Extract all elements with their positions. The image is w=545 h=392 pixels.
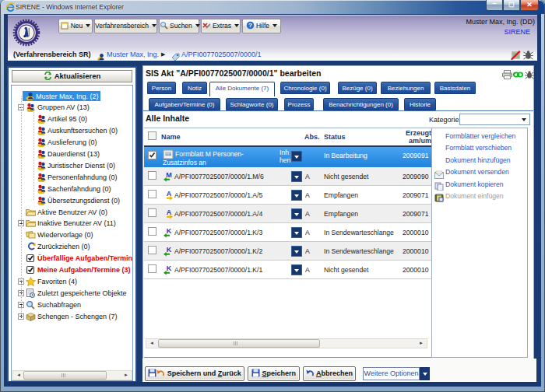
svg-text:K: K — [167, 246, 172, 254]
svg-text:K: K — [167, 227, 172, 235]
svg-text:M: M — [166, 171, 172, 179]
svg-text:?: ? — [248, 22, 252, 29]
svg-text:A: A — [167, 208, 172, 216]
svg-text:A: A — [167, 190, 172, 198]
svg-text:K: K — [167, 264, 172, 272]
